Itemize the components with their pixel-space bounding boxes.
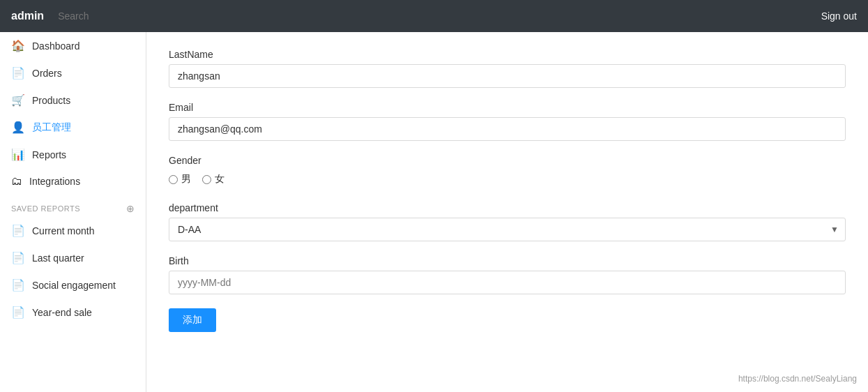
saved-report-label: Current month [32,225,94,236]
add-saved-report-icon[interactable]: ⊕ [126,203,135,214]
email-group: Email [169,102,846,141]
sidebar-item-label: Orders [32,68,62,79]
gender-label: Gender [169,155,846,166]
footer-note: https://blog.csdn.net/SealyLiang [738,374,857,384]
gender-radio-group: 男 女 [169,170,846,188]
main-content: LastName Email Gender 男 女 department [146,32,868,392]
saved-report-label: Year-end sale [32,307,92,318]
sidebar: 🏠Dashboard📄Orders🛒Products👤员工管理📊Reports🗂… [0,32,146,392]
saved-report-year-end-sale[interactable]: 📄Year-end sale [0,299,146,326]
department-select-wrapper: D-AAD-BBD-CC ▼ [169,218,846,241]
sidebar-item-products[interactable]: 🛒Products [0,86,146,114]
document-icon: 📄 [11,224,25,237]
sidebar-item-label: Dashboard [32,40,80,52]
search-container [58,10,807,22]
sidebar-item-reports[interactable]: 📊Reports [0,141,146,168]
lastname-input[interactable] [169,64,846,88]
saved-report-social-engagement[interactable]: 📄Social engagement [0,271,146,299]
gender-female-option[interactable]: 女 [202,173,224,186]
birth-input[interactable] [169,271,846,294]
email-input[interactable] [169,117,846,141]
saved-report-label: Last quarter [32,252,84,264]
sidebar-item-integrations[interactable]: 🗂Integrations [0,168,146,195]
department-label: department [169,202,846,213]
submit-button[interactable]: 添加 [169,308,216,332]
brand-label: admin [11,10,44,22]
sidebar-item-employees[interactable]: 👤员工管理 [0,114,146,141]
sidebar-item-label: 员工管理 [32,121,71,134]
saved-reports-title: SAVED REPORTS [11,204,80,213]
sidebar-item-label: Integrations [29,176,80,187]
document-icon: 📄 [11,251,25,264]
dashboard-icon: 🏠 [11,39,25,52]
search-input[interactable] [58,10,807,22]
department-group: department D-AAD-BBD-CC ▼ [169,202,846,241]
birth-label: Birth [169,255,846,266]
lastname-group: LastName [169,49,846,88]
document-icon: 📄 [11,278,25,292]
products-icon: 🛒 [11,93,25,107]
orders-icon: 📄 [11,66,25,80]
birth-group: Birth [169,255,846,294]
saved-report-last-quarter[interactable]: 📄Last quarter [0,244,146,271]
saved-report-current-month[interactable]: 📄Current month [0,217,146,244]
gender-male-option[interactable]: 男 [169,173,191,186]
sidebar-item-label: Reports [32,149,66,160]
sidebar-item-dashboard[interactable]: 🏠Dashboard [0,32,146,59]
sidebar-item-label: Products [32,95,70,106]
reports-icon: 📊 [11,148,25,161]
department-select[interactable]: D-AAD-BBD-CC [169,218,846,241]
integrations-icon: 🗂 [11,175,22,188]
saved-report-label: Social engagement [32,280,116,291]
lastname-label: LastName [169,49,846,60]
signout-button[interactable]: Sign out [821,10,857,22]
document-icon: 📄 [11,306,25,319]
gender-male-radio[interactable] [169,175,178,184]
sidebar-item-orders[interactable]: 📄Orders [0,59,146,86]
email-label: Email [169,102,846,113]
gender-female-radio[interactable] [202,175,211,184]
saved-reports-section: SAVED REPORTS ⊕ [0,195,146,217]
employees-icon: 👤 [11,121,25,134]
gender-group: Gender 男 女 [169,155,846,188]
